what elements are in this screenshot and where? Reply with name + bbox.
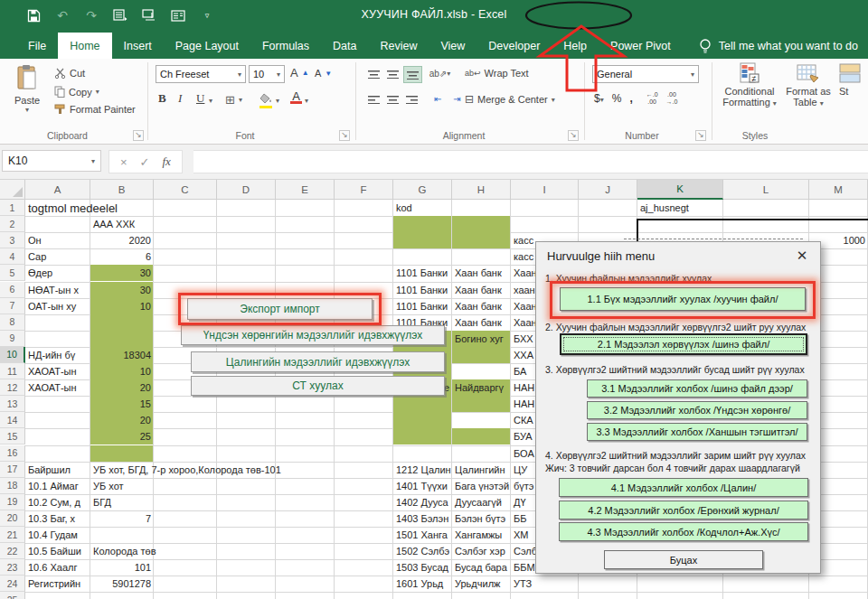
font-dialog-launcher[interactable]: ↘ [339,130,350,141]
dialog-close-button[interactable]: ✕ [793,248,811,264]
orientation-button[interactable]: ab⇗▾ [431,66,448,81]
increase-indent-button[interactable]: ⇥ [448,91,466,107]
column-header-F[interactable]: F [335,180,393,200]
cell-G1[interactable]: kod [393,200,452,216]
cell-B14[interactable]: 20 [90,412,154,428]
dialog-button-8[interactable]: 3.3 Мэдээллийг холбох /Ханшын тэгшитгэл/ [587,423,807,441]
cell-G21[interactable]: 1501 Ханга [393,527,452,543]
tab-insert[interactable]: Insert [112,33,164,59]
fill-color-dropdown[interactable]: ▾ [276,97,279,105]
column-header-E[interactable]: E [276,180,335,200]
tab-formulas[interactable]: Formulas [250,33,321,59]
row-header-2[interactable]: 2 [0,216,25,232]
cell-H19[interactable]: Дуусаагүй [452,494,511,510]
row-header-16[interactable]: 16 [0,445,25,462]
cell-A11[interactable]: ХАОАТ-ын [25,363,90,379]
accounting-format-button[interactable]: $▾ [594,92,604,105]
cell-K1[interactable]: aj_husnegt [637,200,723,216]
paste-button[interactable]: Paste ▾ [9,64,45,114]
cell-B15[interactable]: 25 [90,428,154,445]
column-header-G[interactable]: G [393,180,452,200]
cell-A7[interactable]: ОАТ-ын ху [25,298,90,314]
cell-G18[interactable]: 1401 Түүхи [393,478,452,494]
cell-G22[interactable]: 1502 Сэлбэ [393,543,452,559]
cell-B13[interactable]: 15 [90,396,154,412]
cell-H20[interactable]: Бэлэн бүтэ [452,510,511,527]
cell-H17[interactable]: Цалингийн [452,462,511,478]
cell-A22[interactable]: 10.5 Байши [25,543,90,559]
sheet-button-3[interactable]: Цалингийн мэдээллийг идэвхжүүлэх [191,351,445,372]
cell-B12[interactable]: 20 [90,379,154,396]
row-header-14[interactable]: 14 [0,412,25,428]
cell-A21[interactable]: 10.4 Гудам [25,527,90,543]
cell-H8[interactable]: Хаан банк [452,314,511,331]
row-header-7[interactable]: 7 [0,298,25,314]
cell-B20[interactable]: 7 [90,510,154,527]
row-header-25[interactable]: 25 [0,592,25,599]
align-middle-button[interactable] [384,66,401,81]
cell-H7[interactable]: Хаан банк [452,298,511,314]
dialog-button-13[interactable]: 4.3 Мэдээллийг холбох /Кодчлол+Аж.Хүс/ [559,522,808,541]
cell-H22[interactable]: Сэлбэг хэр [452,543,511,559]
row-header-1[interactable]: 1 [0,200,25,216]
column-header-H[interactable]: H [452,180,511,200]
column-header-J[interactable]: J [579,180,637,200]
cell-A10[interactable]: НД-ийн бү [25,347,90,363]
row-header-4[interactable]: 4 [0,248,25,265]
cell-B22[interactable]: Колорода төв [90,543,159,559]
cell-G5[interactable]: 1101 Банки [393,265,452,281]
number-dialog-launcher[interactable]: ↘ [695,130,706,141]
cell-H12[interactable]: Найдваргү [452,379,511,396]
insert-function-icon[interactable]: fx [163,154,171,169]
tab-file[interactable]: File [16,33,58,59]
cell-B17[interactable]: УБ хот, БГД, 7-р хороо,Колорода төв-101 [90,462,284,478]
shrink-font-button[interactable]: A▼ [315,68,332,79]
enter-icon[interactable]: ✓ [140,155,150,169]
row-header-8[interactable]: 8 [0,314,25,331]
align-left-button[interactable] [365,91,382,107]
align-center-button[interactable] [384,91,401,107]
cell-B18[interactable]: УБ хот [90,478,154,494]
row-header-13[interactable]: 13 [0,396,25,412]
merge-center-button[interactable]: ⊟ Merge & Center▾ [465,93,555,106]
cell-B11[interactable]: 10 [90,363,154,379]
cell-B24[interactable]: 5901278 [90,576,154,592]
cell-A20[interactable]: 10.3 Баг, х [25,510,90,527]
cell-A4[interactable]: Сар [25,248,90,265]
cell-B2[interactable]: ААА ХХК [90,216,154,232]
sheet-button-2[interactable]: Үндсэн хөрөнгийн мэдээллийг идэвхжүүлэх [181,325,445,345]
column-header-C[interactable]: C [154,180,217,200]
dialog-button-11[interactable]: 4.1 Мэдээллийг холбох /Цалин/ [559,478,808,497]
tellme-box[interactable]: Tell me what you want to do [699,33,858,59]
wrap-text-button[interactable]: ab↩ Wrap Text [465,68,529,79]
borders-button[interactable]: ⊞▾ [225,93,242,107]
cell-B7[interactable]: 10 [90,298,154,314]
cell-H21[interactable]: Хангамжы [452,527,511,543]
cell-H24[interactable]: Урьдчилж [452,576,511,592]
clipboard-dialog-launcher[interactable]: ↘ [133,130,144,141]
cell-B5[interactable]: 30 [90,265,154,281]
cell-A1[interactable]: togtmol medeelel [25,200,120,216]
cell-A24[interactable]: Регистрийн [25,576,90,592]
decrease-indent-button[interactable]: ⇤ [429,91,447,107]
row-header-24[interactable]: 24 [0,576,25,592]
cell-B4[interactable]: 6 [90,248,154,265]
cell-G19[interactable]: 1402 Дууса [393,494,452,510]
tab-view[interactable]: View [429,33,476,59]
decrease-decimal-button[interactable]: .00→.0 [666,91,678,107]
cell-B19[interactable]: БГД [90,494,154,510]
cell-I24[interactable]: УТЗ [511,576,579,592]
dialog-button-6[interactable]: 3.1 Мэдээллийг холбох /шинэ файл дээр/ [587,379,807,398]
row-header-9[interactable]: 9 [0,331,25,347]
tab-data[interactable]: Data [321,33,368,59]
row-header-10[interactable]: 10 [0,347,25,363]
format-as-table-button[interactable]: Format asTable ▾ [783,62,834,108]
column-header-I[interactable]: I [511,180,579,200]
font-color-dropdown[interactable]: ▾ [305,97,308,105]
row-header-20[interactable]: 20 [0,510,25,527]
select-all-corner[interactable] [0,180,25,200]
row-header-15[interactable]: 15 [0,428,25,445]
conditional-formatting-button[interactable]: ≠ ConditionalFormatting ▾ [722,62,778,108]
underline-button[interactable]: U [196,91,204,106]
row-header-6[interactable]: 6 [0,282,25,298]
